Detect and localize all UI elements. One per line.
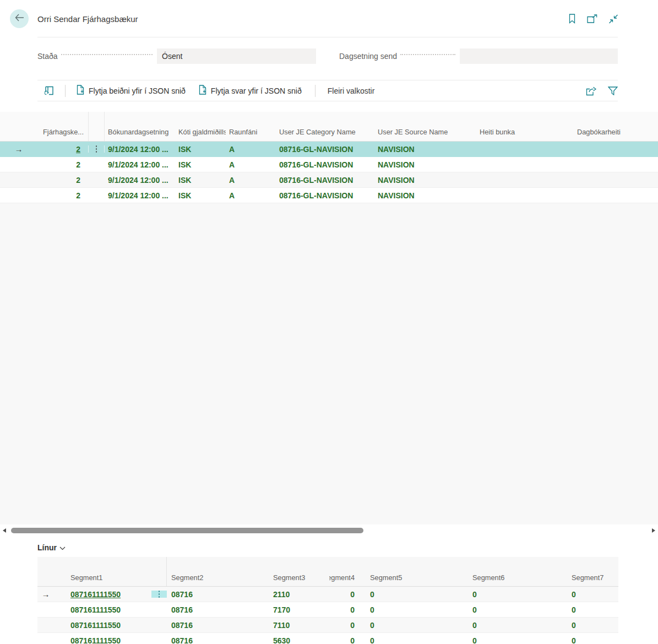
status-field[interactable]: Ósent bbox=[157, 48, 316, 64]
column-header[interactable]: Fjárhagske... bbox=[37, 112, 88, 141]
line-row[interactable]: → 087161111550 08716 2110 0 0 0 0 bbox=[37, 587, 618, 602]
actual-flag-cell[interactable]: A bbox=[229, 160, 235, 169]
currency-code-cell[interactable]: ISK bbox=[178, 145, 191, 154]
segment7-cell[interactable]: 0 bbox=[572, 621, 576, 630]
filter-icon[interactable] bbox=[608, 86, 618, 95]
segment3-cell[interactable]: 2110 bbox=[273, 590, 290, 599]
posting-date-cell[interactable]: 9/1/2024 12:00 ... bbox=[108, 145, 168, 154]
segment6-cell[interactable]: 0 bbox=[472, 605, 477, 614]
segment3-cell[interactable]: 7170 bbox=[273, 605, 290, 614]
scrollbar-thumb[interactable] bbox=[11, 528, 363, 533]
segment2-cell[interactable]: 08716 bbox=[171, 636, 193, 644]
export-response-json-button[interactable]: Flytja svar yfir í JSON snið bbox=[199, 85, 302, 96]
segment5-cell[interactable]: 0 bbox=[370, 636, 374, 644]
bookmark-icon[interactable] bbox=[568, 14, 576, 24]
horizontal-scrollbar[interactable] bbox=[0, 524, 658, 537]
scroll-left-arrow[interactable] bbox=[3, 528, 6, 533]
column-header[interactable]: Segment6 bbox=[472, 557, 572, 586]
column-header[interactable]: Segment5 bbox=[357, 557, 472, 586]
journal-number-link[interactable]: 2 bbox=[76, 191, 80, 200]
column-header[interactable]: Bókunardagsetning bbox=[105, 112, 175, 141]
table-row[interactable]: 2 9/1/2024 12:00 ... ISK A 08716-GL-NAVI… bbox=[0, 172, 658, 188]
export-request-json-button[interactable]: Flytja beiðni yfir í JSON snið bbox=[77, 85, 186, 96]
posting-date-cell[interactable]: 9/1/2024 12:00 ... bbox=[108, 191, 168, 200]
segment1-link[interactable]: 087161111550 bbox=[70, 636, 121, 644]
segment1-link[interactable]: 087161111550 bbox=[70, 590, 121, 599]
je-source-cell[interactable]: NAVISION bbox=[378, 176, 415, 185]
chevron-down-icon bbox=[59, 543, 66, 552]
currency-code-cell[interactable]: ISK bbox=[178, 191, 191, 200]
export-response-json-label: Flytja svar yfir í JSON snið bbox=[211, 86, 302, 95]
row-menu-icon[interactable] bbox=[88, 145, 105, 153]
je-category-cell[interactable]: 08716-GL-NAVISION bbox=[279, 160, 353, 169]
segment2-cell[interactable]: 08716 bbox=[171, 605, 193, 614]
table-row[interactable]: → 2 9/1/2024 12:00 ... ISK A 08716-GL-NA… bbox=[0, 142, 658, 157]
table-row[interactable]: 2 9/1/2024 12:00 ... ISK A 08716-GL-NAVI… bbox=[0, 157, 658, 172]
selected-row-arrow-icon: → bbox=[42, 589, 50, 599]
je-source-cell[interactable]: NAVISION bbox=[378, 160, 415, 169]
segment2-cell[interactable]: 08716 bbox=[171, 590, 193, 599]
segment5-cell[interactable]: 0 bbox=[370, 605, 374, 614]
je-source-cell[interactable]: NAVISION bbox=[378, 145, 415, 154]
column-header[interactable]: Segment7 bbox=[572, 557, 618, 586]
currency-code-cell[interactable]: ISK bbox=[178, 176, 191, 185]
column-header[interactable]: Heiti bunka bbox=[476, 112, 574, 141]
collapse-icon[interactable] bbox=[608, 14, 618, 24]
line-row[interactable]: 087161111550 08716 7170 0 0 0 0 bbox=[37, 602, 618, 618]
segment3-cell[interactable]: 5630 bbox=[273, 636, 290, 644]
column-header[interactable]: Segment3 bbox=[269, 557, 329, 586]
scroll-right-arrow[interactable] bbox=[652, 528, 655, 533]
line-row[interactable]: 087161111550 08716 5630 0 0 0 0 bbox=[37, 633, 618, 644]
currency-code-cell[interactable]: ISK bbox=[178, 160, 191, 169]
line-row[interactable]: 087161111550 08716 7110 0 0 0 0 bbox=[37, 618, 618, 633]
posting-date-cell[interactable]: 9/1/2024 12:00 ... bbox=[108, 176, 168, 185]
segment4-cell[interactable]: 0 bbox=[350, 590, 355, 599]
segment3-cell[interactable]: 7110 bbox=[273, 621, 290, 630]
actual-flag-cell[interactable]: A bbox=[229, 176, 235, 185]
column-header[interactable]: Dagbókarheiti bbox=[574, 112, 658, 141]
segment5-cell[interactable]: 0 bbox=[370, 590, 374, 599]
je-source-cell[interactable]: NAVISION bbox=[378, 191, 415, 200]
share-icon[interactable] bbox=[586, 86, 597, 96]
table-row[interactable]: 2 9/1/2024 12:00 ... ISK A 08716-GL-NAVI… bbox=[0, 188, 658, 203]
je-category-cell[interactable]: 08716-GL-NAVISION bbox=[279, 145, 353, 154]
journal-number-link[interactable]: 2 bbox=[76, 160, 80, 169]
segment1-link[interactable]: 087161111550 bbox=[70, 621, 121, 630]
column-header[interactable]: Kóti gjaldmiðills bbox=[175, 112, 226, 141]
journal-number-link[interactable]: 2 bbox=[76, 145, 80, 154]
arrow-left-icon bbox=[15, 14, 24, 24]
open-in-new-window-icon[interactable] bbox=[587, 14, 597, 23]
back-button[interactable] bbox=[10, 9, 29, 28]
export-doc-icon bbox=[77, 85, 84, 96]
column-header[interactable]: Raunfáni bbox=[226, 112, 276, 141]
segment6-cell[interactable]: 0 bbox=[472, 621, 477, 630]
date-sent-label: Dagsetning send bbox=[339, 52, 397, 61]
column-header[interactable]: Segment4 bbox=[329, 557, 357, 586]
actual-flag-cell[interactable]: A bbox=[229, 191, 235, 200]
segment2-cell[interactable]: 08716 bbox=[171, 621, 193, 630]
segment5-cell[interactable]: 0 bbox=[370, 621, 374, 630]
actual-flag-cell[interactable]: A bbox=[229, 145, 235, 154]
journal-number-link[interactable]: 2 bbox=[76, 176, 80, 185]
segment7-cell[interactable]: 0 bbox=[572, 590, 576, 599]
segment4-cell[interactable]: 0 bbox=[350, 636, 355, 644]
column-header[interactable]: User JE Source Name bbox=[374, 112, 476, 141]
more-options-button[interactable]: Fleiri valkostir bbox=[328, 86, 375, 95]
switch-view-icon[interactable] bbox=[37, 86, 54, 95]
je-category-cell[interactable]: 08716-GL-NAVISION bbox=[279, 191, 353, 200]
segment6-cell[interactable]: 0 bbox=[472, 590, 477, 599]
row-menu-icon[interactable] bbox=[151, 591, 167, 598]
segment1-link[interactable]: 087161111550 bbox=[70, 605, 121, 614]
column-header[interactable]: User JE Category Name bbox=[276, 112, 374, 141]
je-category-cell[interactable]: 08716-GL-NAVISION bbox=[279, 176, 353, 185]
segment6-cell[interactable]: 0 bbox=[472, 636, 477, 644]
segment4-cell[interactable]: 0 bbox=[350, 605, 355, 614]
segment7-cell[interactable]: 0 bbox=[572, 636, 576, 644]
column-header[interactable]: Segment2 bbox=[167, 557, 269, 586]
segment4-cell[interactable]: 0 bbox=[350, 621, 355, 630]
date-sent-field[interactable] bbox=[460, 48, 618, 64]
column-header[interactable]: Segment1 bbox=[54, 557, 151, 586]
lines-section-toggle[interactable]: Línur bbox=[37, 543, 66, 552]
posting-date-cell[interactable]: 9/1/2024 12:00 ... bbox=[108, 160, 168, 169]
segment7-cell[interactable]: 0 bbox=[572, 605, 576, 614]
